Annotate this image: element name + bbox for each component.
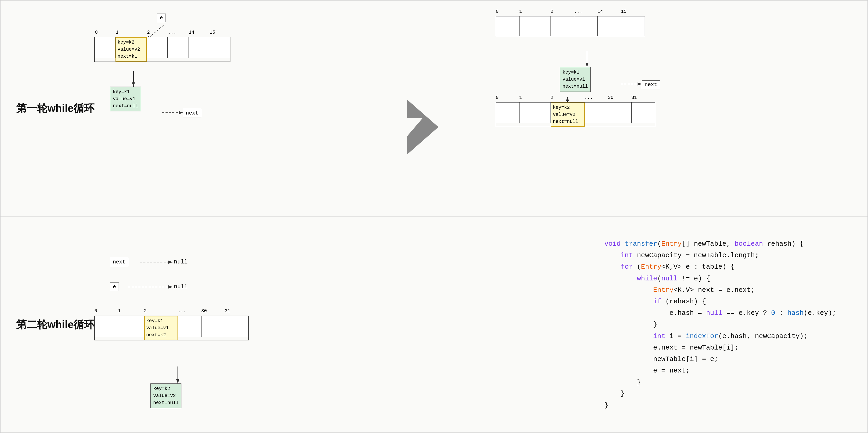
top-section: 第一轮while循环 e xyxy=(0,0,868,216)
top-left-next-label: next xyxy=(183,109,201,117)
top-left-node-k1: key=k1value=v1next=null xyxy=(110,87,141,111)
top-right-next-label: next xyxy=(642,80,660,89)
code-block: void transfer(Entry[] newTable, boolean … xyxy=(604,238,836,411)
top-right-node-k1: key=k1value=v1next=null xyxy=(560,67,591,92)
top-right-upper: 0 1 2 ... 14 15 xyxy=(496,16,645,36)
top-section-label: 第一轮while循环 xyxy=(16,101,94,116)
bottom-node-k2: key=k2value=v2next=null xyxy=(150,383,181,408)
main-container: 第一轮while循环 e xyxy=(0,0,868,433)
bottom-e-label: e xyxy=(110,283,119,291)
svg-marker-3 xyxy=(407,99,438,154)
bottom-next-null: null xyxy=(174,259,188,265)
top-left-e-label: e xyxy=(157,13,166,22)
top-right-lower: 0 1 2 ... 30 31 key=k2value=v2next=null xyxy=(496,102,655,127)
top-left-array: 0 1 2 ... 14 15 key=k2value=v2next=k1 xyxy=(94,37,230,62)
bottom-e-null: null xyxy=(174,284,188,290)
bottom-section: 第二轮while循环 next null e xyxy=(0,216,868,433)
bottom-section-label: 第二轮while循环 xyxy=(16,317,94,332)
bottom-array: 0 1 2 ... 30 31 key=k1value=v1next=k2 xyxy=(94,316,249,340)
bottom-next-label: next xyxy=(110,258,128,266)
